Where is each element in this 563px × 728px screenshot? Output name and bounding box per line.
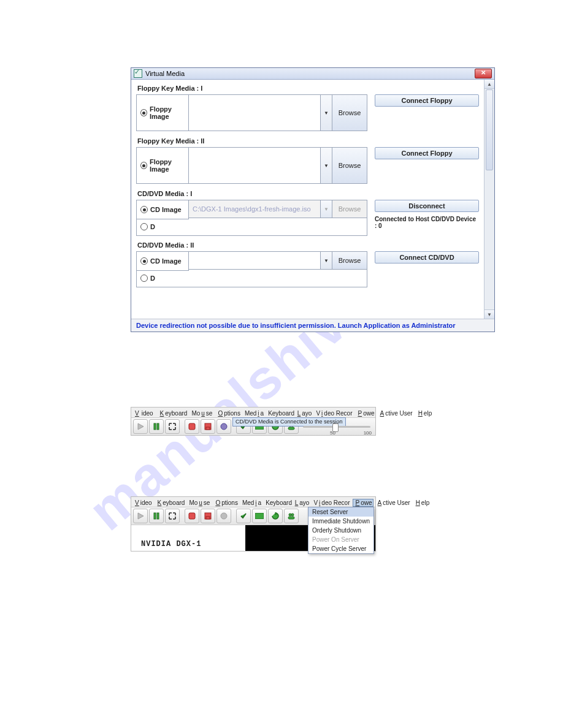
- floppy1-browse-button[interactable]: Browse: [332, 94, 367, 131]
- power-reset[interactable]: Reset Server: [308, 507, 373, 517]
- menu-options[interactable]: Options: [213, 499, 239, 507]
- svg-rect-13: [154, 513, 156, 519]
- cd1-browse-button: Browse: [332, 200, 367, 218]
- floppy1-radio[interactable]: Floppy Image: [136, 94, 189, 131]
- menu-keyboard[interactable]: Keyboard: [158, 409, 189, 417]
- svg-rect-5: [206, 427, 210, 430]
- menu-activeuser[interactable]: Active User: [378, 409, 414, 417]
- radio-on-icon: [140, 162, 147, 169]
- fullscreen-icon[interactable]: [165, 509, 180, 523]
- radio-off-icon: [140, 223, 148, 230]
- titlebar[interactable]: Virtual Media ✕: [131, 68, 494, 80]
- menu-mouse[interactable]: Mouse: [190, 409, 213, 417]
- vertical-scrollbar[interactable]: ▲ ▼: [484, 80, 494, 319]
- play-icon[interactable]: [133, 419, 148, 434]
- keyboard-icon[interactable]: [252, 509, 267, 523]
- svg-rect-15: [189, 513, 195, 519]
- floppy-icon[interactable]: [201, 419, 215, 434]
- svg-rect-1: [154, 423, 156, 430]
- svg-rect-17: [206, 517, 210, 519]
- play-icon[interactable]: [133, 509, 148, 523]
- menu-mouse[interactable]: Mouse: [188, 499, 211, 507]
- menu-video[interactable]: Video: [132, 409, 156, 417]
- pause-icon[interactable]: [149, 419, 164, 434]
- scroll-up-icon[interactable]: ▲: [484, 80, 494, 89]
- cd1-radio: CD Image: [136, 200, 189, 219]
- floppy-icon[interactable]: [201, 509, 215, 523]
- record-icon[interactable]: [185, 509, 199, 523]
- svg-marker-12: [138, 513, 144, 519]
- connect-cd2-button[interactable]: Connect CD/DVD: [375, 251, 479, 264]
- floppy2-browse-button[interactable]: Browse: [332, 147, 367, 184]
- scroll-down-icon[interactable]: ▼: [484, 309, 494, 319]
- menu-video[interactable]: Video: [132, 499, 153, 507]
- close-icon[interactable]: ✕: [475, 69, 492, 78]
- floppy1-path-combo[interactable]: ▼: [189, 94, 332, 131]
- floppy2-label: Floppy Key Media : II: [137, 137, 479, 145]
- cd2-d-radio[interactable]: D: [136, 270, 367, 287]
- cd2-path-input[interactable]: [189, 252, 320, 269]
- radio-on-icon: [140, 257, 148, 265]
- kvm-toolbar-2: Video Keyboard Mouse Options Media Keybo…: [131, 496, 376, 552]
- svg-point-22: [291, 514, 294, 516]
- menu-power[interactable]: Powe: [355, 409, 375, 417]
- users-icon[interactable]: [284, 509, 299, 523]
- menu-options[interactable]: Options: [215, 409, 241, 417]
- menu-vidrec[interactable]: Video Recor: [312, 499, 351, 507]
- record-icon[interactable]: [185, 419, 199, 434]
- connect-floppy2-button[interactable]: Connect Floppy: [375, 147, 479, 159]
- power-orderly-shutdown[interactable]: Orderly Shutdown: [308, 526, 373, 535]
- chevron-down-icon[interactable]: ▼: [320, 148, 332, 183]
- svg-rect-19: [255, 513, 264, 519]
- floppy2-radio[interactable]: Floppy Image: [136, 147, 189, 184]
- dialog-title: Virtual Media: [145, 70, 185, 77]
- power-immediate-shutdown[interactable]: Immediate Shutdown: [308, 517, 373, 526]
- menu-help[interactable]: Help: [416, 409, 434, 417]
- floppy2-path-combo[interactable]: ▼: [189, 147, 332, 184]
- floppy1-label: Floppy Key Media : I: [137, 85, 479, 92]
- disconnect-cd1-button[interactable]: Disconnect: [375, 200, 479, 212]
- svg-marker-0: [138, 423, 144, 430]
- menu-kblayout[interactable]: Keyboard Layo: [267, 409, 313, 417]
- app-icon: [134, 69, 142, 78]
- cd2-path-combo[interactable]: ▼: [189, 251, 332, 270]
- menu-media[interactable]: Media: [241, 499, 262, 507]
- chevron-down-icon[interactable]: ▼: [320, 252, 332, 269]
- globe-icon[interactable]: [216, 509, 231, 523]
- connect-floppy1-button[interactable]: Connect Floppy: [375, 94, 479, 107]
- menubar[interactable]: Video Keyboard Mouse Options Media Keybo…: [131, 497, 375, 507]
- menu-kblayout[interactable]: Keyboard Layo: [264, 499, 310, 507]
- menu-media[interactable]: Media: [243, 409, 265, 417]
- menu-keyboard[interactable]: Keyboard: [155, 499, 186, 507]
- cd2-radio[interactable]: CD Image: [136, 251, 189, 271]
- pause-icon[interactable]: [149, 509, 164, 523]
- menubar[interactable]: Video Keyboard Mouse Options Media Keybo…: [131, 408, 375, 418]
- kvm-toolbar-1: Video Keyboard Mouse Options Media Keybo…: [131, 407, 376, 436]
- svg-point-18: [221, 513, 227, 519]
- svg-rect-2: [157, 423, 159, 430]
- fullscreen-icon[interactable]: [165, 419, 180, 434]
- cd1-d-radio: D: [136, 218, 367, 236]
- scroll-thumb[interactable]: [486, 89, 493, 170]
- menu-help[interactable]: Help: [413, 499, 431, 507]
- menu-activeuser[interactable]: Active User: [375, 499, 412, 507]
- cd2-browse-button[interactable]: Browse: [332, 251, 367, 270]
- chevron-down-icon[interactable]: ▼: [320, 95, 332, 131]
- menu-power[interactable]: Powe: [353, 499, 373, 507]
- svg-rect-14: [157, 513, 159, 519]
- cd2-label: CD/DVD Media : II: [137, 241, 479, 249]
- check-icon[interactable]: [236, 509, 251, 523]
- cd1-status: Connected to Host CD/DVD Device : 0: [375, 216, 479, 229]
- zoom-slider[interactable]: 50 100: [303, 423, 370, 431]
- power-cycle-server[interactable]: Power Cycle Server: [308, 544, 373, 553]
- globe-icon[interactable]: [216, 419, 231, 434]
- svg-rect-23: [288, 517, 294, 519]
- cd1-label: CD/DVD Media : I: [137, 190, 479, 197]
- menu-vidrec[interactable]: Video Recor: [315, 409, 353, 417]
- permission-warning: Device redirection not possible due to i…: [131, 319, 494, 332]
- floppy2-path-input[interactable]: [189, 148, 320, 183]
- floppy1-path-input[interactable]: [189, 95, 320, 131]
- refresh-icon[interactable]: [268, 509, 283, 523]
- radio-off-icon: [140, 275, 148, 282]
- power-dropdown[interactable]: Reset Server Immediate Shutdown Orderly …: [308, 507, 374, 554]
